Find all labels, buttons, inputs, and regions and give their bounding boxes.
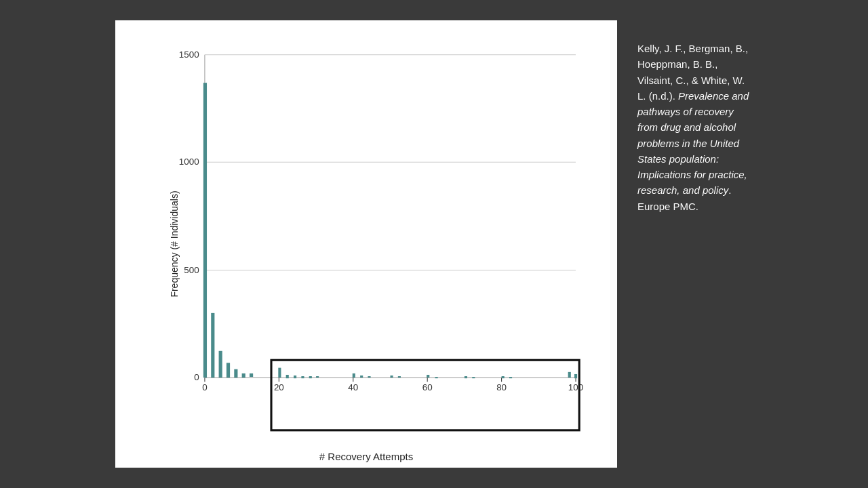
citation-panel: Kelly, J. F., Bergman, B., Hoeppman, B. … xyxy=(617,27,766,228)
bar-24 xyxy=(294,375,296,378)
bar-4 xyxy=(219,351,222,378)
bar-70 xyxy=(465,376,467,378)
bar-100 xyxy=(574,374,577,378)
y-axis-label: Frequency (# Individuals) xyxy=(169,190,180,297)
bar-42 xyxy=(360,375,363,378)
svg-text:1500: 1500 xyxy=(179,49,199,60)
bar-72 xyxy=(472,377,475,378)
bar-44 xyxy=(368,376,370,378)
citation-title: Prevalence and pathways of recovery from… xyxy=(637,90,749,197)
bar-0 xyxy=(203,83,207,378)
svg-text:0: 0 xyxy=(194,372,199,382)
bar-40 xyxy=(353,373,355,378)
bar-30 xyxy=(316,376,319,378)
bar-62 xyxy=(435,377,438,378)
svg-text:20: 20 xyxy=(274,382,284,392)
bar-60 xyxy=(427,375,429,378)
bar-12 xyxy=(250,373,253,377)
svg-text:0: 0 xyxy=(202,382,207,392)
bar-82 xyxy=(509,377,512,378)
svg-text:100: 100 xyxy=(568,382,583,392)
chart-svg: 0 500 1000 1500 0 20 40 60 80 100 xyxy=(163,41,597,434)
bar-22 xyxy=(286,375,289,378)
svg-text:80: 80 xyxy=(496,382,507,392)
chart-panel: Frequency (# Individuals) # Recovery Att… xyxy=(115,20,617,468)
bar-6 xyxy=(226,363,230,378)
main-container: Frequency (# Individuals) # Recovery Att… xyxy=(0,0,868,488)
svg-text:1000: 1000 xyxy=(179,157,199,167)
svg-text:500: 500 xyxy=(184,265,199,275)
bar-80 xyxy=(502,376,505,378)
bar-50 xyxy=(390,375,393,378)
svg-text:60: 60 xyxy=(422,382,433,392)
bar-2 xyxy=(211,313,214,378)
bar-28 xyxy=(309,376,312,378)
bar-8 xyxy=(234,369,237,378)
svg-text:40: 40 xyxy=(348,382,358,392)
bar-52 xyxy=(398,376,401,378)
bar-10 xyxy=(242,373,245,378)
bar-98 xyxy=(568,372,571,378)
x-axis-label: # Recovery Attempts xyxy=(319,451,413,462)
bar-20 xyxy=(278,368,281,378)
inset-box xyxy=(271,360,579,430)
bar-26 xyxy=(301,376,304,378)
